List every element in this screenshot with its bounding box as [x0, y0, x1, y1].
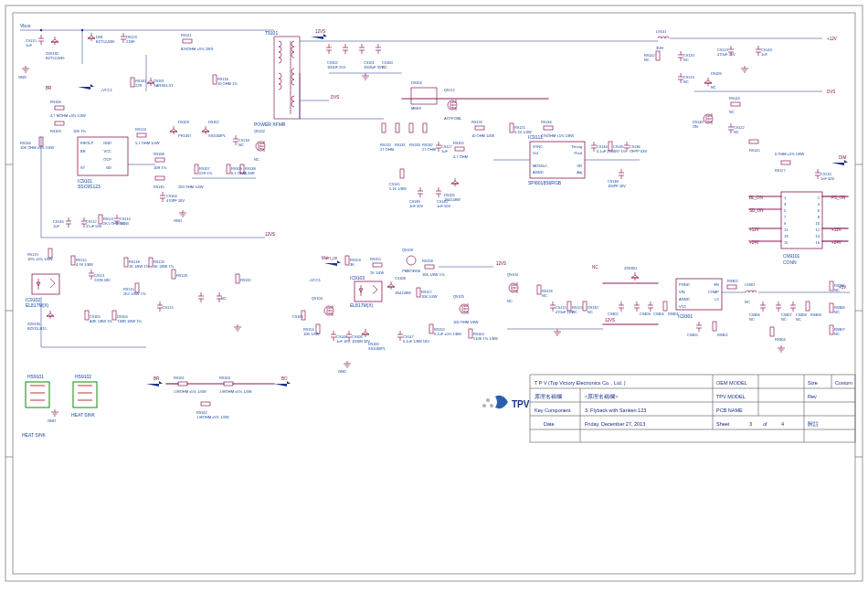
pin-sync: SYNC [533, 144, 543, 149]
val-zd9105b: BZX55-B15 [27, 326, 47, 331]
val-c9148: 1uF 16V [336, 339, 350, 344]
pin-lx: LX [715, 297, 719, 302]
svg-text:Key Component: Key Component [535, 408, 571, 413]
svg-text:Rev: Rev [808, 394, 817, 399]
svg-text:NC: NC [834, 332, 840, 336]
pin-ocp: OCP [103, 157, 111, 162]
svg-text:Q9104: Q9104 [507, 272, 519, 277]
title-block: T P V (Top Victory Electronics Co. , Ltd… [530, 375, 855, 442]
val-q9102: NC [254, 157, 259, 162]
svg-text:NC: NC [221, 296, 227, 301]
gnd-1: GND [18, 75, 26, 79]
val-r9135: 200 OHM 1/4W [178, 185, 204, 189]
val-r9111: 2K1 OHM 1/4W [103, 221, 129, 226]
svg-text:15: 15 [784, 240, 789, 245]
val-r9153: 3K [350, 262, 355, 267]
ref-r9109: R9109 [50, 129, 62, 133]
ref-d9102: D9102 [208, 120, 220, 124]
val-r9134a: 47KOHM ±5% 1/8W [541, 133, 574, 138]
net-bo: BO [281, 376, 288, 381]
val-r9140: 22R [135, 83, 142, 88]
val-r9142: NC [644, 58, 650, 62]
ref-r9105: R9105 [453, 141, 465, 145]
svg-text:Friday, December 27, 2013: Friday, December 27, 2013 [585, 421, 645, 427]
ref-d9109: D9109 [711, 71, 723, 76]
pin-br: BR [80, 149, 86, 154]
val-d9102: SS1060PL [208, 133, 227, 138]
pin-adj: Adj [577, 170, 582, 175]
val-r9162: 1 MOHM ±5% 1/4W [196, 415, 229, 419]
ref-r9161: R9161 [174, 376, 185, 380]
ref-cn9101: CN9101 [783, 253, 800, 259]
svg-text:DVS: DVS [331, 95, 339, 100]
svg-text:<原理名稱欄>: <原理名稱欄> [585, 394, 618, 399]
svg-text:NC: NC [834, 288, 840, 292]
svg-text:1000uF 35V: 1000uF 35V [364, 65, 384, 69]
svg-text:R9131: R9131 [395, 143, 407, 147]
ref-r9303: R9303 [810, 312, 822, 317]
ref-l9301: L9301 [745, 282, 756, 287]
val-zd9105: BZT52-B39 [46, 56, 65, 60]
net-dim: DIM [839, 155, 847, 160]
val-r9127: 0 OHM ±5% 1/8W [775, 152, 804, 156]
ref-r9128: R9128 [176, 273, 188, 278]
part-ic9101: SSC9S123 [78, 184, 101, 189]
tpv-logo: TPV [482, 396, 530, 409]
net-12v: +12V [827, 37, 837, 41]
svg-text:NC: NC [745, 300, 750, 304]
val-c9138: 100PF 50V [608, 184, 626, 188]
svg-text:12VS: 12VS [496, 261, 506, 266]
net-br2: BR [153, 376, 160, 381]
part-ic9103: EL817M(X) [350, 302, 374, 308]
val-q9111: AOTF298L [444, 116, 462, 121]
ref-r9135: R9135 [153, 185, 165, 189]
svg-point-12 [40, 29, 42, 31]
svg-text:Sheet: Sheet [716, 421, 730, 427]
gnd-3: GND [338, 369, 346, 374]
val-r9118: 10 OHM 1% [217, 81, 238, 86]
ref-d9103: D9103 [178, 120, 190, 124]
ref-ic9301: IC9301 [678, 313, 693, 319]
val-r9157: 10K 1/4W [421, 294, 438, 299]
val-d9109: NC [711, 85, 716, 90]
svg-text:附註: 附註 [808, 420, 819, 427]
pin-timing: Timing [571, 144, 582, 149]
svg-point-137 [482, 404, 486, 408]
ref-q9102: Q9102 [254, 129, 266, 133]
val-d9140: ON [693, 124, 698, 129]
svg-text:Custom: Custom [835, 380, 852, 386]
val-r9144: NC [729, 110, 735, 114]
val-r9108: 10R 1% [153, 165, 167, 170]
pin-vin: VIN [679, 290, 685, 294]
svg-point-61 [407, 256, 416, 265]
val-c9147: 0.1uF 1/8W 16V [403, 339, 429, 344]
val-c9121: 220N 50V [94, 278, 111, 282]
svg-text:NC: NC [587, 310, 593, 314]
pin-agnd: AGND [533, 170, 544, 175]
pin-vr: VR [577, 164, 582, 168]
val-c9114: NC [120, 221, 125, 226]
ref-c9302: C9302 [608, 312, 619, 316]
ref-r9144: R9144 [729, 96, 741, 101]
val-r9126: 9K 1/8W 1% [153, 264, 175, 269]
val-r9141: 82KOHM ±5% 2WS [181, 47, 214, 51]
ref-c9303: C9303 [640, 312, 651, 316]
ref-r9163: R9163 [219, 376, 231, 380]
pin-pgnd: PGND [679, 282, 690, 287]
svg-text:10: 10 [816, 221, 820, 226]
ref-r9141: R9141 [181, 33, 193, 37]
val-l9101: 3UH [656, 46, 663, 50]
val-c9105: A3K 1/8W 1% [90, 319, 112, 323]
svg-text:13: 13 [784, 234, 789, 238]
pin-mdsgc: MDSG-C [533, 164, 547, 168]
svg-text:of: of [763, 421, 767, 427]
ref-r9145: R9145 [749, 148, 761, 153]
val-c9119: NC [683, 79, 689, 84]
val-c9120: NC [683, 58, 689, 62]
pin-vcc: VCC [104, 149, 112, 154]
svg-text:2K2 1/8W 1%: 2K2 1/8W 1% [123, 291, 146, 296]
svg-text:T P V  (Top  Victory   Electro: T P V (Top Victory Electronics Co. , Ltd… [535, 380, 626, 386]
pin-agnd2: AGND [679, 297, 690, 302]
svg-text:Q9104: Q9104 [312, 296, 323, 301]
svg-text:NC: NC [382, 65, 387, 69]
